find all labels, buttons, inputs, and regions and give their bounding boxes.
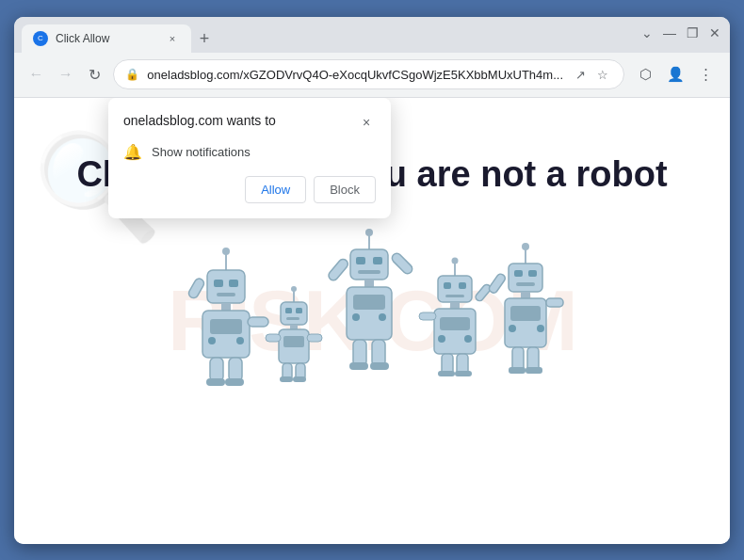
svg-rect-44 — [390, 251, 413, 275]
tab-close-button[interactable]: × — [165, 31, 180, 46]
title-bar: C Click Allow × + ⌄ — ❐ ✕ — [14, 17, 730, 53]
popup-title: oneladsblog.com wants to — [123, 113, 276, 128]
svg-rect-71 — [516, 282, 535, 286]
svg-rect-16 — [225, 378, 244, 386]
svg-point-41 — [352, 313, 360, 321]
svg-rect-3 — [214, 280, 223, 287]
svg-rect-52 — [444, 282, 451, 289]
svg-rect-4 — [229, 280, 238, 287]
window-close-icon[interactable]: ✕ — [707, 25, 722, 40]
extension-icon[interactable]: ⬡ — [632, 61, 658, 88]
svg-rect-69 — [514, 270, 523, 277]
active-tab[interactable]: C Click Allow × — [22, 24, 191, 53]
robots-svg — [174, 214, 570, 402]
allow-button[interactable]: Allow — [245, 176, 306, 203]
svg-rect-57 — [440, 317, 470, 330]
svg-point-76 — [537, 325, 544, 332]
svg-rect-25 — [283, 336, 304, 347]
popup-buttons: Allow Block — [123, 176, 376, 203]
robots-illustration — [174, 214, 570, 402]
svg-point-1 — [222, 248, 230, 255]
share-icon[interactable]: ↗ — [571, 65, 590, 84]
svg-rect-34 — [350, 249, 388, 280]
address-actions: ↗ ☆ — [571, 65, 612, 84]
svg-rect-47 — [349, 362, 368, 370]
bell-icon: 🔔 — [123, 143, 142, 161]
svg-rect-14 — [229, 358, 242, 381]
svg-rect-21 — [296, 308, 302, 313]
bookmark-icon[interactable]: ☆ — [593, 65, 612, 84]
svg-rect-6 — [221, 303, 231, 311]
svg-rect-38 — [364, 280, 374, 287]
popup-header: oneladsblog.com wants to × — [123, 113, 376, 132]
svg-rect-13 — [210, 358, 223, 381]
new-tab-button[interactable]: + — [191, 26, 218, 53]
svg-rect-30 — [280, 376, 293, 382]
svg-rect-46 — [372, 340, 385, 366]
address-bar[interactable]: 🔒 oneladsblog.com/xGZODVrvQ4O-eXocqUkvfC… — [113, 59, 624, 89]
svg-point-9 — [208, 337, 216, 344]
svg-rect-82 — [526, 367, 542, 374]
svg-point-59 — [464, 335, 472, 343]
forward-button[interactable]: → — [55, 61, 76, 88]
svg-rect-65 — [455, 371, 472, 376]
svg-rect-43 — [327, 257, 349, 281]
svg-rect-74 — [510, 306, 541, 321]
svg-rect-70 — [528, 270, 537, 277]
svg-rect-35 — [356, 257, 365, 264]
nav-right-icons: ⬡ 👤 ⋮ — [632, 61, 719, 88]
svg-rect-36 — [373, 257, 382, 264]
title-bar-controls: ⌄ — ❐ ✕ — [639, 25, 722, 44]
back-button[interactable]: ← — [25, 61, 47, 88]
permission-text: Show notifications — [152, 145, 251, 159]
minimize-icon[interactable]: — — [662, 25, 677, 40]
svg-rect-20 — [285, 308, 292, 313]
tab-title: Click Allow — [56, 32, 157, 45]
svg-point-67 — [522, 243, 529, 250]
page-content: 🔍 RISK.COM oneladsblog.com wants to × 🔔 … — [14, 98, 730, 544]
svg-rect-37 — [358, 270, 380, 274]
svg-point-75 — [509, 325, 516, 332]
svg-rect-73 — [505, 298, 546, 347]
svg-point-18 — [291, 286, 297, 292]
svg-point-50 — [452, 257, 459, 264]
svg-rect-77 — [488, 272, 507, 294]
svg-rect-8 — [210, 319, 242, 334]
restore-icon[interactable]: ❐ — [685, 25, 700, 40]
svg-rect-53 — [459, 282, 466, 289]
svg-rect-51 — [438, 276, 472, 302]
svg-rect-45 — [353, 340, 366, 366]
menu-icon[interactable]: ⋮ — [692, 61, 719, 88]
svg-rect-64 — [438, 371, 455, 376]
svg-rect-19 — [281, 302, 307, 325]
popup-close-button[interactable]: × — [357, 113, 376, 132]
lock-icon: 🔒 — [125, 68, 139, 81]
refresh-button[interactable]: ↻ — [84, 61, 105, 88]
svg-rect-31 — [293, 376, 306, 382]
svg-rect-78 — [546, 298, 563, 307]
svg-rect-27 — [307, 334, 322, 342]
svg-rect-81 — [509, 367, 526, 374]
svg-point-42 — [379, 313, 386, 321]
popup-permission: 🔔 Show notifications — [123, 143, 376, 161]
block-button[interactable]: Block — [314, 176, 376, 203]
chevron-down-icon[interactable]: ⌄ — [639, 25, 655, 40]
svg-rect-68 — [509, 264, 542, 292]
profile-icon[interactable]: 👤 — [662, 61, 688, 88]
svg-point-58 — [438, 335, 445, 343]
svg-rect-2 — [207, 270, 245, 303]
svg-rect-26 — [266, 334, 281, 342]
svg-point-10 — [236, 337, 244, 344]
svg-rect-56 — [434, 309, 476, 354]
address-text: oneladsblog.com/xGZODVrvQ4O-eXocqUkvfCSg… — [147, 68, 563, 82]
notification-popup: oneladsblog.com wants to × 🔔 Show notifi… — [108, 98, 391, 218]
svg-rect-54 — [445, 295, 464, 297]
svg-rect-40 — [353, 295, 385, 310]
svg-rect-15 — [206, 378, 225, 386]
svg-point-33 — [365, 229, 373, 236]
svg-rect-22 — [286, 317, 299, 320]
svg-rect-12 — [248, 317, 268, 327]
svg-rect-11 — [187, 277, 206, 299]
svg-rect-60 — [419, 312, 436, 320]
browser-window: C Click Allow × + ⌄ — ❐ ✕ ← → ↻ 🔒 onelad… — [14, 17, 730, 544]
